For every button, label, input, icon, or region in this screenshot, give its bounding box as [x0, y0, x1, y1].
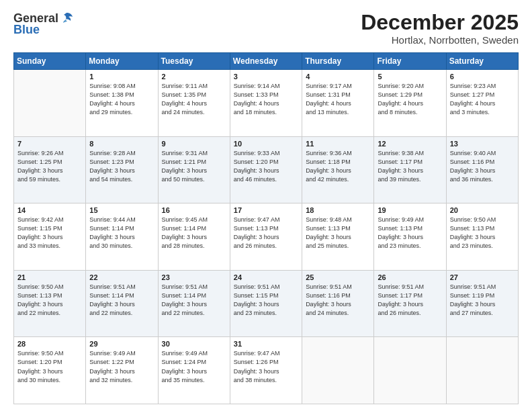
- day-number: 23: [162, 273, 226, 281]
- table-row: 21Sunrise: 9:50 AM Sunset: 1:13 PM Dayli…: [14, 270, 86, 337]
- calendar-week-row: 28Sunrise: 9:50 AM Sunset: 1:20 PM Dayli…: [14, 337, 519, 404]
- day-number: 3: [234, 73, 298, 81]
- day-info: Sunrise: 9:11 AM Sunset: 1:35 PM Dayligh…: [162, 82, 226, 117]
- table-row: 19Sunrise: 9:49 AM Sunset: 1:13 PM Dayli…: [374, 203, 446, 271]
- day-info: Sunrise: 9:31 AM Sunset: 1:21 PM Dayligh…: [162, 149, 226, 184]
- day-number: 8: [89, 140, 154, 148]
- day-number: 19: [378, 206, 442, 214]
- day-number: 14: [17, 206, 82, 214]
- table-row: 12Sunrise: 9:38 AM Sunset: 1:17 PM Dayli…: [374, 136, 446, 203]
- day-number: 29: [89, 340, 154, 348]
- header-saturday: Saturday: [446, 53, 518, 70]
- day-info: Sunrise: 9:17 AM Sunset: 1:31 PM Dayligh…: [306, 82, 370, 117]
- day-info: Sunrise: 9:49 AM Sunset: 1:24 PM Dayligh…: [162, 349, 226, 384]
- table-row: 7Sunrise: 9:26 AM Sunset: 1:25 PM Daylig…: [14, 136, 86, 203]
- day-info: Sunrise: 9:23 AM Sunset: 1:27 PM Dayligh…: [450, 82, 515, 117]
- calendar-week-row: 7Sunrise: 9:26 AM Sunset: 1:25 PM Daylig…: [14, 136, 519, 203]
- calendar-week-row: 14Sunrise: 9:42 AM Sunset: 1:15 PM Dayli…: [14, 203, 519, 271]
- day-info: Sunrise: 9:08 AM Sunset: 1:38 PM Dayligh…: [89, 82, 154, 117]
- day-number: 17: [234, 206, 298, 214]
- day-info: Sunrise: 9:49 AM Sunset: 1:22 PM Dayligh…: [89, 349, 154, 384]
- header-sunday: Sunday: [14, 53, 86, 70]
- table-row: 6Sunrise: 9:23 AM Sunset: 1:27 PM Daylig…: [446, 70, 518, 137]
- day-number: 27: [450, 273, 515, 281]
- day-info: Sunrise: 9:33 AM Sunset: 1:20 PM Dayligh…: [234, 149, 298, 184]
- day-number: 25: [306, 273, 370, 281]
- subtitle: Hortlax, Norrbotten, Sweden: [361, 34, 519, 46]
- day-number: 30: [162, 340, 226, 348]
- table-row: 10Sunrise: 9:33 AM Sunset: 1:20 PM Dayli…: [230, 136, 302, 203]
- day-number: 16: [162, 206, 226, 214]
- day-info: Sunrise: 9:47 AM Sunset: 1:13 PM Dayligh…: [234, 216, 298, 250]
- day-info: Sunrise: 9:14 AM Sunset: 1:33 PM Dayligh…: [234, 82, 298, 117]
- day-info: Sunrise: 9:47 AM Sunset: 1:26 PM Dayligh…: [234, 349, 298, 384]
- header-tuesday: Tuesday: [158, 53, 230, 70]
- table-row: 17Sunrise: 9:47 AM Sunset: 1:13 PM Dayli…: [230, 203, 302, 271]
- day-info: Sunrise: 9:45 AM Sunset: 1:14 PM Dayligh…: [162, 216, 226, 250]
- table-row: 25Sunrise: 9:51 AM Sunset: 1:16 PM Dayli…: [302, 270, 374, 337]
- table-row: 28Sunrise: 9:50 AM Sunset: 1:20 PM Dayli…: [14, 337, 86, 404]
- header-wednesday: Wednesday: [230, 53, 302, 70]
- day-number: 5: [378, 73, 442, 81]
- day-info: Sunrise: 9:40 AM Sunset: 1:16 PM Dayligh…: [450, 149, 515, 184]
- calendar-week-row: 1Sunrise: 9:08 AM Sunset: 1:38 PM Daylig…: [14, 70, 519, 137]
- calendar-table: Sunday Monday Tuesday Wednesday Thursday…: [13, 52, 519, 404]
- logo-bird-icon: [60, 11, 75, 26]
- day-number: 10: [234, 140, 298, 148]
- table-row: [374, 337, 446, 404]
- table-row: 26Sunrise: 9:51 AM Sunset: 1:17 PM Dayli…: [374, 270, 446, 337]
- day-number: 18: [306, 206, 370, 214]
- day-info: Sunrise: 9:50 AM Sunset: 1:13 PM Dayligh…: [450, 216, 515, 250]
- day-info: Sunrise: 9:36 AM Sunset: 1:18 PM Dayligh…: [306, 149, 370, 184]
- table-row: 1Sunrise: 9:08 AM Sunset: 1:38 PM Daylig…: [86, 70, 158, 137]
- day-number: 7: [17, 140, 82, 148]
- title-block: December 2025 Hortlax, Norrbotten, Swede…: [361, 11, 519, 46]
- table-row: [14, 70, 86, 137]
- table-row: 30Sunrise: 9:49 AM Sunset: 1:24 PM Dayli…: [158, 337, 230, 404]
- day-info: Sunrise: 9:49 AM Sunset: 1:13 PM Dayligh…: [378, 216, 442, 250]
- table-row: 4Sunrise: 9:17 AM Sunset: 1:31 PM Daylig…: [302, 70, 374, 137]
- table-row: 16Sunrise: 9:45 AM Sunset: 1:14 PM Dayli…: [158, 203, 230, 271]
- calendar-week-row: 21Sunrise: 9:50 AM Sunset: 1:13 PM Dayli…: [14, 270, 519, 337]
- table-row: 15Sunrise: 9:44 AM Sunset: 1:14 PM Dayli…: [86, 203, 158, 271]
- day-number: 2: [162, 73, 226, 81]
- day-info: Sunrise: 9:51 AM Sunset: 1:16 PM Dayligh…: [306, 283, 370, 318]
- day-number: 26: [378, 273, 442, 281]
- table-row: [302, 337, 374, 404]
- day-info: Sunrise: 9:51 AM Sunset: 1:15 PM Dayligh…: [234, 283, 298, 318]
- day-info: Sunrise: 9:20 AM Sunset: 1:29 PM Dayligh…: [378, 82, 442, 117]
- day-number: 4: [306, 73, 370, 81]
- day-info: Sunrise: 9:51 AM Sunset: 1:19 PM Dayligh…: [450, 283, 515, 318]
- day-number: 22: [89, 273, 154, 281]
- day-info: Sunrise: 9:26 AM Sunset: 1:25 PM Dayligh…: [17, 149, 82, 184]
- table-row: 8Sunrise: 9:28 AM Sunset: 1:23 PM Daylig…: [86, 136, 158, 203]
- day-number: 13: [450, 140, 515, 148]
- day-info: Sunrise: 9:51 AM Sunset: 1:14 PM Dayligh…: [89, 283, 154, 318]
- table-row: 2Sunrise: 9:11 AM Sunset: 1:35 PM Daylig…: [158, 70, 230, 137]
- day-number: 24: [234, 273, 298, 281]
- day-number: 1: [89, 73, 154, 81]
- day-number: 12: [378, 140, 442, 148]
- table-row: 31Sunrise: 9:47 AM Sunset: 1:26 PM Dayli…: [230, 337, 302, 404]
- calendar-header-row: Sunday Monday Tuesday Wednesday Thursday…: [14, 53, 519, 70]
- table-row: 23Sunrise: 9:51 AM Sunset: 1:14 PM Dayli…: [158, 270, 230, 337]
- table-row: 24Sunrise: 9:51 AM Sunset: 1:15 PM Dayli…: [230, 270, 302, 337]
- table-row: 11Sunrise: 9:36 AM Sunset: 1:18 PM Dayli…: [302, 136, 374, 203]
- day-info: Sunrise: 9:50 AM Sunset: 1:13 PM Dayligh…: [17, 283, 82, 318]
- table-row: 22Sunrise: 9:51 AM Sunset: 1:14 PM Dayli…: [86, 270, 158, 337]
- table-row: [446, 337, 518, 404]
- day-info: Sunrise: 9:48 AM Sunset: 1:13 PM Dayligh…: [306, 216, 370, 250]
- day-number: 15: [89, 206, 154, 214]
- day-info: Sunrise: 9:28 AM Sunset: 1:23 PM Dayligh…: [89, 149, 154, 184]
- day-info: Sunrise: 9:42 AM Sunset: 1:15 PM Dayligh…: [17, 216, 82, 250]
- table-row: 27Sunrise: 9:51 AM Sunset: 1:19 PM Dayli…: [446, 270, 518, 337]
- day-number: 28: [17, 340, 82, 348]
- table-row: 5Sunrise: 9:20 AM Sunset: 1:29 PM Daylig…: [374, 70, 446, 137]
- header: General Blue December 2025 Hortlax, Norr…: [13, 11, 519, 46]
- table-row: 29Sunrise: 9:49 AM Sunset: 1:22 PM Dayli…: [86, 337, 158, 404]
- table-row: 20Sunrise: 9:50 AM Sunset: 1:13 PM Dayli…: [446, 203, 518, 271]
- day-number: 31: [234, 340, 298, 348]
- day-number: 20: [450, 206, 515, 214]
- table-row: 14Sunrise: 9:42 AM Sunset: 1:15 PM Dayli…: [14, 203, 86, 271]
- day-info: Sunrise: 9:50 AM Sunset: 1:20 PM Dayligh…: [17, 349, 82, 384]
